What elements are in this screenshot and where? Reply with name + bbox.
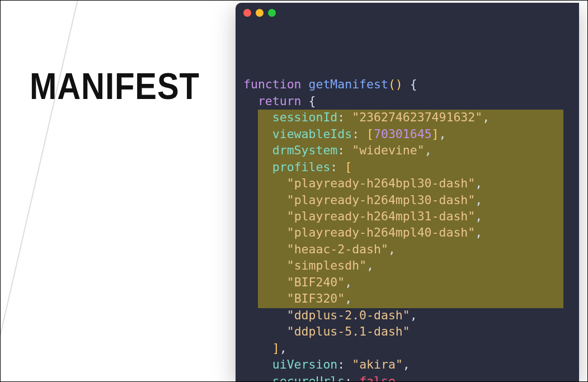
value-sessionId: 2362746237491632 <box>359 110 475 124</box>
profile-item: ddplus-5.1-dash <box>294 324 403 338</box>
slide-container: MANIFEST function getManifest() { return… <box>1 1 587 381</box>
value-secureUrls: false <box>359 374 396 382</box>
profile-item: BIF240 <box>294 275 338 289</box>
close-icon[interactable] <box>243 9 251 17</box>
profile-item: simplesdh <box>294 258 360 272</box>
code-content: function getManifest() { return { sessio… <box>243 76 571 382</box>
key-secureUrls: secureUrls <box>272 374 345 382</box>
window-titlebar <box>236 3 579 22</box>
keyword-function: function <box>243 77 302 91</box>
key-drmSystem: drmSystem <box>272 143 338 157</box>
code-block: function getManifest() { return { sessio… <box>236 22 579 382</box>
minimize-icon[interactable] <box>256 9 264 17</box>
right-panel: function getManifest() { return { sessio… <box>236 1 587 381</box>
profile-item: playready-h264mpl31-dash <box>294 209 468 223</box>
profile-item: ddplus-2.0-dash <box>294 308 403 322</box>
profile-item: playready-h264mpl30-dash <box>294 193 468 207</box>
slide-title: MANIFEST <box>30 65 211 107</box>
key-viewableIds: viewableIds <box>272 127 352 141</box>
key-uiVersion: uiVersion <box>272 357 338 371</box>
value-viewableIds: 70301645 <box>374 127 432 141</box>
function-name: getManifest <box>309 77 388 91</box>
profile-item: playready-h264bpl30-dash <box>294 176 468 190</box>
value-uiVersion: akira <box>359 357 396 371</box>
left-panel: MANIFEST <box>1 1 236 381</box>
code-window: function getManifest() { return { sessio… <box>236 3 579 382</box>
profile-item: BIF320 <box>294 291 338 305</box>
key-sessionId: sessionId <box>272 110 338 124</box>
keyword-return: return <box>258 94 302 108</box>
profile-item: heaac-2-dash <box>294 242 381 256</box>
profile-item: playready-h264mpl40-dash <box>294 225 468 239</box>
maximize-icon[interactable] <box>268 9 276 17</box>
value-drmSystem: widevine <box>359 143 417 157</box>
key-profiles: profiles <box>272 160 331 174</box>
